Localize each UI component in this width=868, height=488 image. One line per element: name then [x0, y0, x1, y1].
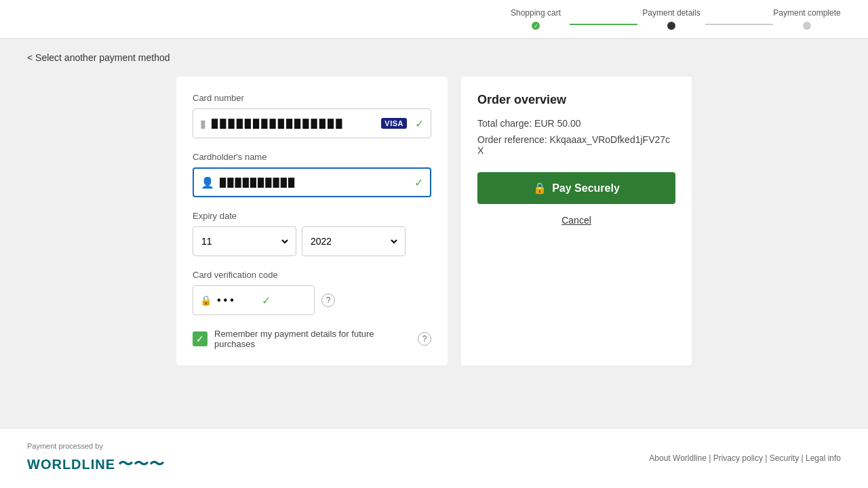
- total-value: EUR 50.00: [534, 118, 580, 129]
- card-icon: ▮: [200, 117, 206, 130]
- expiry-year-select[interactable]: 2020 2021 2022 2023 2024 2025 2026 2027 …: [308, 235, 399, 247]
- cvv-input-wrap: 🔒 ✓: [193, 285, 315, 315]
- visa-badge: VISA: [381, 118, 407, 129]
- card-check-icon: ✓: [415, 117, 424, 130]
- worldline-logo: WORLDLINE 〜〜〜: [27, 454, 165, 474]
- expiry-label: Expiry date: [193, 211, 431, 221]
- person-icon: 👤: [201, 176, 214, 189]
- remember-checkmark: ✓: [196, 333, 204, 344]
- progress-line-2: [705, 24, 773, 25]
- expiry-group: Expiry date 01 02 03 04 05 06 07 08 09: [193, 211, 431, 256]
- card-number-label: Card number: [193, 93, 431, 103]
- pay-button-label: Pay Securely: [552, 182, 620, 195]
- remember-help-icon[interactable]: ?: [418, 332, 431, 346]
- payment-layout: Card number ▮ VISA ✓ Cardholder's name 👤…: [176, 77, 692, 365]
- cvv-wrap: 🔒 ✓ ?: [193, 285, 431, 315]
- order-reference: Order reference: Kkqaaax_VRoDfked1jFV27c…: [477, 134, 675, 156]
- worldline-wave-icon: 〜〜〜: [118, 454, 165, 474]
- step-payment-dot: [667, 22, 675, 30]
- cardholder-label: Cardholder's name: [193, 152, 431, 162]
- worldline-text: WORLDLINE: [27, 457, 115, 472]
- progress-bar: Shopping cart ✓ Payment details Payment …: [502, 8, 841, 30]
- card-number-group: Card number ▮ VISA ✓: [193, 93, 431, 138]
- card-number-input[interactable]: [212, 119, 381, 129]
- main-content: < Select another payment method Card num…: [0, 39, 868, 428]
- cvv-label: Card verification code: [193, 270, 431, 280]
- step-cart-dot: ✓: [532, 22, 540, 30]
- progress-step-cart: Shopping cart ✓: [502, 8, 570, 30]
- lock-icon: 🔒: [200, 295, 212, 306]
- step-cart-label: Shopping cart: [511, 8, 561, 18]
- cvv-help-icon[interactable]: ?: [321, 293, 335, 307]
- expiry-month-select[interactable]: 01 02 03 04 05 06 07 08 09 10 11 12: [199, 235, 290, 247]
- cvv-group: Card verification code 🔒 ✓ ?: [193, 270, 431, 315]
- progress-step-complete: Payment complete: [773, 8, 841, 30]
- footer-links: About Worldline | Privacy policy | Secur…: [649, 453, 841, 463]
- step-complete-dot: [803, 22, 811, 30]
- remember-row: ✓ Remember my payment details for future…: [193, 329, 431, 349]
- order-title: Order overview: [477, 93, 675, 107]
- remember-checkbox[interactable]: ✓: [193, 331, 208, 346]
- lock-pay-icon: 🔒: [533, 182, 547, 195]
- back-link[interactable]: < Select another payment method: [27, 52, 170, 63]
- footer-link-security[interactable]: Security: [770, 453, 799, 463]
- remember-label: Remember my payment details for future p…: [214, 329, 411, 349]
- header: Shopping cart ✓ Payment details Payment …: [0, 0, 868, 39]
- cardholder-input-wrap: 👤 ✓: [193, 167, 431, 197]
- total-label: Total charge:: [477, 118, 534, 129]
- footer-link-about[interactable]: About Worldline: [649, 453, 707, 463]
- footer: Payment processed by WORLDLINE 〜〜〜 About…: [0, 428, 868, 488]
- reference-label: Order reference:: [477, 134, 550, 145]
- expiry-row: 01 02 03 04 05 06 07 08 09 10 11 12: [193, 226, 431, 256]
- order-total: Total charge: EUR 50.00: [477, 118, 675, 129]
- footer-link-legal[interactable]: Legal info: [806, 453, 841, 463]
- progress-line-1: [570, 24, 637, 25]
- cvv-input[interactable]: [217, 294, 258, 306]
- progress-step-payment: Payment details: [637, 8, 705, 30]
- cardholder-group: Cardholder's name 👤 ✓: [193, 152, 431, 197]
- cardholder-check-icon: ✓: [414, 176, 423, 189]
- cvv-check-icon: ✓: [262, 294, 271, 307]
- card-number-input-wrap: ▮ VISA ✓: [193, 108, 431, 138]
- footer-left: Payment processed by WORLDLINE 〜〜〜: [27, 442, 165, 474]
- expiry-month-wrap: 01 02 03 04 05 06 07 08 09 10 11 12: [193, 226, 296, 256]
- step-payment-label: Payment details: [642, 8, 700, 18]
- footer-processed-by: Payment processed by: [27, 442, 165, 450]
- expiry-year-wrap: 2020 2021 2022 2023 2024 2025 2026 2027 …: [302, 226, 406, 256]
- card-form: Card number ▮ VISA ✓ Cardholder's name 👤…: [176, 77, 448, 365]
- order-overview: Order overview Total charge: EUR 50.00 O…: [461, 77, 692, 365]
- step-complete-label: Payment complete: [773, 8, 840, 18]
- cardholder-input[interactable]: [220, 178, 410, 188]
- pay-securely-button[interactable]: 🔒 Pay Securely: [477, 172, 675, 204]
- footer-link-privacy[interactable]: Privacy policy: [713, 453, 763, 463]
- cancel-button[interactable]: Cancel: [477, 215, 675, 226]
